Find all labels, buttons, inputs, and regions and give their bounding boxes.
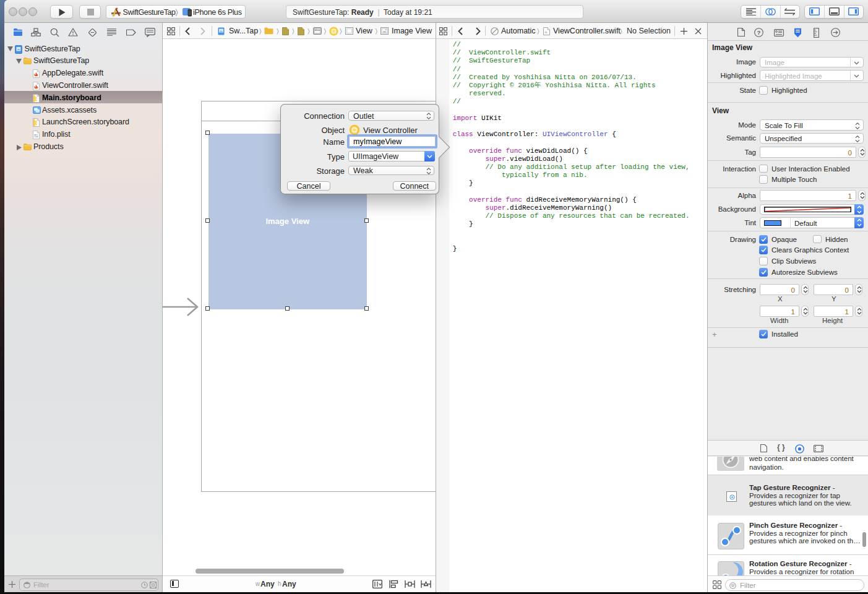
svg-text:?: ?: [757, 29, 761, 36]
